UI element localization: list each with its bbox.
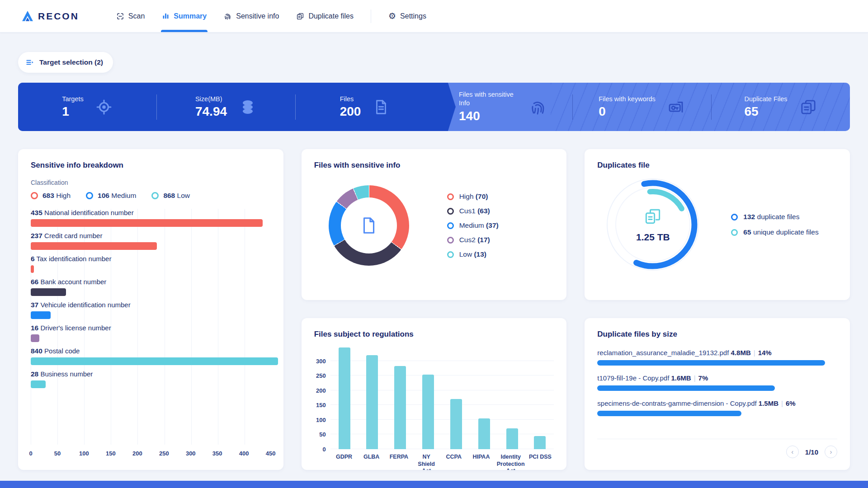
- menu-arrow-icon: [25, 58, 34, 67]
- legend-item: 65 unique duplicate files: [731, 228, 818, 236]
- legend-item: 132 duplicate files: [731, 213, 818, 221]
- brand-logo[interactable]: RECON: [22, 11, 79, 22]
- target-icon: [95, 99, 113, 116]
- sensitive-donut-legend: High (70) Cus1 (63) Medium (37) Cus2 (17…: [447, 192, 499, 258]
- stat-label: Files with sensitive Info: [459, 90, 518, 108]
- stat-value: 65: [744, 104, 787, 119]
- file-row: reclamation_assurance_maladie_19132.pdf …: [597, 349, 837, 366]
- breakdown-label: 37 Vehicule identification number: [31, 301, 271, 309]
- x-axis-category-label: FERPA: [385, 454, 413, 470]
- legend-item: Low (13): [447, 250, 499, 258]
- chevron-right-icon[interactable]: ›: [825, 446, 837, 458]
- legend-ring-icon: [447, 251, 454, 258]
- y-axis-tick-label: 250: [316, 372, 326, 379]
- card-title: Sensitive info breakdown: [31, 161, 271, 170]
- classification-legend-item: 683 High: [31, 192, 71, 200]
- stat-size-mb: Size(MB) 74.94: [157, 95, 295, 119]
- y-axis-tick-label: 200: [316, 387, 326, 394]
- breakdown-label: 237 Credit card number: [31, 232, 271, 240]
- breakdown-bar: [31, 334, 39, 342]
- file-row: t1079-fill-19e - Copy.pdf 1.6MB|7%: [597, 374, 837, 391]
- duplicates-total-size: 1.25 TB: [636, 232, 670, 243]
- file-row: specimens-de-contrats-gamme-dimension - …: [597, 399, 837, 416]
- breakdown-label: 66 Bank account number: [31, 278, 271, 286]
- axis-tick-label: 450: [266, 450, 276, 457]
- axis-tick-label: 400: [239, 450, 249, 457]
- chevron-left-icon[interactable]: ‹: [786, 446, 799, 458]
- summary-chart-icon: [162, 12, 170, 20]
- fingerprint-icon: [224, 12, 232, 20]
- stat-value: 74.94: [195, 104, 227, 119]
- tab-label: Settings: [400, 12, 426, 20]
- legend-ring-icon: [447, 222, 454, 229]
- legend-label: Cus1 (63): [459, 207, 490, 215]
- x-axis-category-label: CCPA: [440, 454, 467, 470]
- duplicate-files-icon: [643, 206, 663, 228]
- legend-ring-icon: [731, 214, 738, 221]
- axis-tick-label: 200: [132, 450, 142, 457]
- breakdown-label: 28 Business number: [31, 370, 271, 378]
- stat-label: Files with keywords: [599, 95, 656, 103]
- legend-label: 65 unique duplicate files: [743, 228, 818, 236]
- regulation-bar: [366, 355, 378, 449]
- pagination: ‹ 1/10 ›: [597, 439, 837, 458]
- stat-value: 0: [599, 104, 656, 119]
- legend-ring-icon: [447, 237, 454, 244]
- page-indicator: 1/10: [805, 448, 818, 456]
- regulation-bar: [478, 418, 490, 449]
- bar-column: [498, 346, 526, 449]
- stat-label: Duplicate Files: [744, 95, 787, 103]
- legend-ring-icon: [447, 208, 454, 215]
- main-content: Target selection (2) Targets 1 Size(MB) …: [0, 33, 868, 470]
- duplicates-donut: 1.25 TB: [601, 173, 705, 277]
- breakdown-rows: 435 National identification number 237 C…: [31, 209, 271, 445]
- breakdown-row: 16 Driver's license number: [31, 324, 271, 342]
- key-icon: [667, 98, 685, 116]
- legend-ring-icon: [86, 192, 93, 199]
- top-nav-bar: RECON Scan Summary Sensitive info Duplic…: [0, 0, 868, 33]
- bar-column: [414, 346, 442, 449]
- tab-settings[interactable]: ⚙ Settings: [388, 0, 426, 32]
- card-sensitive-info-breakdown: Sensitive info breakdown Classification …: [18, 149, 283, 470]
- card-duplicate-files-by-size: Duplicate files by size reclamation_assu…: [585, 318, 850, 470]
- x-axis-category-label: PCI DSS: [527, 454, 554, 470]
- file-size-bar: [597, 385, 775, 391]
- breakdown-bar: [31, 380, 46, 388]
- regulations-plot: [330, 346, 554, 449]
- tab-sensitive-info[interactable]: Sensitive info: [224, 0, 279, 32]
- duplicates-legend: 132 duplicate files 65 unique duplicate …: [731, 213, 818, 236]
- classification-caption: Classification: [31, 179, 271, 186]
- tab-scan[interactable]: Scan: [116, 0, 145, 32]
- card-title: Duplicates file: [597, 161, 837, 170]
- breakdown-row: 66 Bank account number: [31, 278, 271, 296]
- target-selection-button[interactable]: Target selection (2): [18, 52, 113, 73]
- bar-column: [442, 346, 470, 449]
- card-files-with-sensitive-info: Files with sensitive info High (70) Cus1…: [302, 149, 567, 300]
- stat-targets: Targets 1: [18, 95, 156, 119]
- y-axis-tick-label: 0: [322, 446, 326, 453]
- legend-label: High (70): [459, 192, 488, 201]
- fingerprint-icon: [529, 98, 547, 116]
- axis-tick-label: 50: [54, 450, 61, 457]
- bar-column: [470, 346, 498, 449]
- tab-summary[interactable]: Summary: [162, 0, 207, 32]
- tab-duplicate-files[interactable]: Duplicate files: [296, 0, 354, 32]
- breakdown-label: 435 National identification number: [31, 209, 271, 217]
- gear-icon: ⚙: [388, 12, 396, 20]
- tab-label: Scan: [128, 12, 145, 20]
- legend-label: Medium (37): [459, 221, 499, 230]
- classification-legend: 683 High 106 Medium 868 Low: [31, 192, 271, 200]
- stat-label: Targets: [62, 95, 84, 103]
- stat-files-sensitive-info: Files with sensitive Info 140: [434, 90, 572, 123]
- regulation-bar: [422, 375, 434, 449]
- breakdown-row: 435 National identification number: [31, 209, 271, 227]
- legend-label: 106 Medium: [98, 192, 136, 200]
- breakdown-bar: [31, 311, 51, 319]
- breakdown-row: 840 Postal code: [31, 347, 271, 365]
- stat-files-keywords: Files with keywords 0: [573, 95, 711, 119]
- legend-item: High (70): [447, 192, 499, 201]
- target-selection-label: Target selection (2): [39, 58, 103, 66]
- x-axis-category-label: Identity Protection Act: [495, 454, 527, 470]
- card-title: Files subject to regulations: [314, 330, 554, 339]
- stats-bar: Targets 1 Size(MB) 74.94: [18, 83, 850, 131]
